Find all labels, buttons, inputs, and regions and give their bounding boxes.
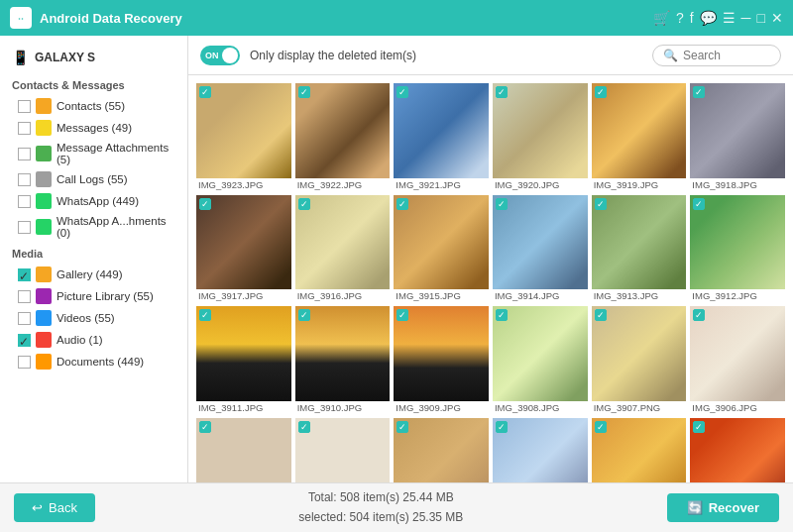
photo-check: ✓ — [396, 86, 408, 98]
photo-cell[interactable]: ✓IMG_3904.JPG — [295, 418, 391, 482]
sidebar-item-whatsapp-attachments[interactable]: WhatsApp A...hments (0) — [0, 212, 187, 242]
sidebar-item-audio[interactable]: ✓Audio (1) — [0, 329, 187, 351]
photo-cell[interactable]: ✓IMG_3911.JPG — [196, 306, 291, 414]
photo-cell[interactable]: ✓IMG_3916.JPG — [295, 195, 391, 303]
photo-cell[interactable]: ✓IMG_3919.JPG — [592, 83, 687, 191]
sidebar-checkbox-message-attachments[interactable] — [18, 148, 31, 160]
sidebar-icon-messages — [36, 120, 52, 136]
photo-cell[interactable]: ✓IMG_3903.JPG — [394, 418, 489, 482]
sidebar-item-documents[interactable]: Documents (449) — [0, 351, 187, 372]
total-label: Total: 508 item(s) 25.44 MB — [95, 488, 667, 507]
search-input[interactable] — [683, 49, 772, 62]
photo-thumb: ✓ — [394, 195, 489, 290]
facebook-icon[interactable]: f — [690, 10, 694, 26]
menu-icon[interactable]: ☰ — [723, 10, 736, 26]
sidebar-label-videos: Videos (55) — [57, 312, 115, 324]
close-icon[interactable]: ✕ — [771, 10, 783, 26]
photo-thumb: ✓ — [493, 418, 588, 482]
sidebar-icon-message-attachments — [36, 146, 52, 161]
sidebar-item-messages[interactable]: Messages (49) — [0, 117, 187, 139]
photo-cell[interactable]: ✓IMG_3906.JPG — [690, 306, 785, 414]
sidebar-checkbox-messages[interactable] — [18, 122, 31, 135]
photo-label: IMG_3914.JPG — [493, 289, 588, 302]
photo-thumb: ✓ — [295, 83, 391, 178]
photo-label: IMG_3911.JPG — [196, 401, 291, 414]
sidebar-icon-whatsapp — [36, 193, 52, 209]
photo-thumb: ✓ — [295, 418, 391, 482]
recover-button[interactable]: 🔄 Recover — [667, 493, 779, 522]
photo-cell[interactable]: ✓IMG_3909.JPG — [394, 306, 489, 414]
footer: ↩ Back Total: 508 item(s) 25.44 MB selec… — [0, 482, 793, 532]
back-button[interactable]: ↩ Back — [14, 493, 95, 522]
photo-cell[interactable]: ✓IMG_3902.JPG — [493, 418, 588, 482]
photo-check: ✓ — [199, 198, 211, 210]
sidebar-checkbox-contacts[interactable] — [18, 100, 31, 113]
photo-cell[interactable]: ✓IMG_3915.JPG — [394, 195, 489, 303]
photo-label: IMG_3915.JPG — [394, 289, 489, 302]
photo-check: ✓ — [595, 309, 607, 321]
photo-thumb: ✓ — [592, 418, 687, 482]
main-layout: 📱 GALAXY S Contacts & MessagesContacts (… — [0, 36, 793, 482]
sidebar-checkbox-videos[interactable] — [18, 312, 31, 325]
photo-thumb: ✓ — [493, 306, 588, 401]
sidebar-label-whatsapp: WhatsApp (449) — [57, 195, 139, 207]
sidebar-checkbox-gallery[interactable]: ✓ — [18, 268, 31, 281]
photo-cell[interactable]: ✓IMG_3923.JPG — [196, 83, 291, 191]
sidebar-checkbox-whatsapp[interactable] — [18, 195, 31, 208]
photo-cell[interactable]: ✓IMG_3921.JPG — [394, 83, 489, 191]
photo-cell[interactable]: ✓ — [592, 418, 687, 482]
toggle-on-label: ON — [205, 51, 219, 60]
help-icon[interactable]: ? — [676, 10, 684, 26]
maximize-icon[interactable]: □ — [757, 10, 765, 26]
minimize-icon[interactable]: ─ — [741, 10, 751, 26]
photo-thumb: ✓ — [690, 306, 785, 401]
photo-cell[interactable]: ✓IMG_3908.JPG — [493, 306, 588, 414]
photo-cell[interactable]: ✓IMG_3907.PNG — [592, 306, 687, 414]
sidebar-item-call-logs[interactable]: Call Logs (55) — [0, 168, 187, 190]
search-box[interactable]: 🔍 — [652, 45, 781, 66]
sidebar-checkbox-picture-library[interactable] — [18, 290, 31, 303]
photo-cell[interactable]: ✓IMG_3914.JPG — [493, 195, 588, 303]
photo-check: ✓ — [496, 86, 508, 98]
sidebar-checkbox-call-logs[interactable] — [18, 173, 31, 186]
sidebar-checkbox-whatsapp-attachments[interactable] — [18, 221, 31, 234]
photo-label: IMG_3910.JPG — [295, 401, 391, 414]
sidebar-checkbox-documents[interactable] — [18, 356, 31, 369]
photo-cell[interactable]: ✓IMG_3922.JPG — [295, 83, 391, 191]
back-label: Back — [49, 500, 77, 515]
sidebar-checkbox-audio[interactable]: ✓ — [18, 334, 31, 347]
sidebar-item-videos[interactable]: Videos (55) — [0, 307, 187, 329]
sidebar-item-contacts[interactable]: Contacts (55) — [0, 95, 187, 117]
photo-label: IMG_3919.JPG — [592, 178, 687, 191]
chat-icon[interactable]: 💬 — [700, 10, 717, 26]
toggle-switch[interactable]: ON — [200, 46, 240, 65]
sidebar-item-whatsapp[interactable]: WhatsApp (449) — [0, 190, 187, 212]
photo-cell[interactable]: ✓IMG_3912.JPG — [690, 195, 785, 303]
cart-icon[interactable]: 🛒 — [653, 10, 670, 26]
sidebar-item-message-attachments[interactable]: Message Attachments (5) — [0, 139, 187, 168]
photo-cell[interactable]: ✓IMG_3913.JPG — [592, 195, 687, 303]
toggle-track[interactable]: ON — [200, 46, 240, 65]
device-item[interactable]: 📱 GALAXY S — [0, 46, 187, 73]
photo-check: ✓ — [298, 86, 310, 98]
photo-cell[interactable]: ✓IMG_3917.JPG — [196, 195, 291, 303]
photo-cell[interactable]: ✓ — [690, 418, 785, 482]
photo-cell[interactable]: ✓IMG_3920.JPG — [493, 83, 588, 191]
sidebar-icon-picture-library — [36, 288, 52, 304]
photo-check: ✓ — [496, 309, 508, 321]
sidebar-icon-contacts — [36, 98, 52, 114]
photo-grid: ✓IMG_3923.JPG✓IMG_3922.JPG✓IMG_3921.JPG✓… — [188, 75, 793, 482]
photo-cell[interactable]: ✓IMG_3905.JPG — [196, 418, 291, 482]
sidebar-item-gallery[interactable]: ✓Gallery (449) — [0, 264, 187, 285]
sidebar-icon-audio — [36, 332, 52, 348]
photo-cell[interactable]: ✓IMG_3918.JPG — [690, 83, 785, 191]
toggle-label: Only display the deleted item(s) — [250, 49, 416, 62]
selected-label: selected: 504 item(s) 25.35 MB — [95, 508, 667, 527]
photo-label: IMG_3906.JPG — [690, 401, 785, 414]
photo-cell[interactable]: ✓IMG_3910.JPG — [295, 306, 391, 414]
photo-label: IMG_3912.JPG — [690, 289, 785, 302]
sidebar-label-whatsapp-attachments: WhatsApp A...hments (0) — [57, 215, 175, 239]
sidebar-item-picture-library[interactable]: Picture Library (55) — [0, 285, 187, 307]
photo-thumb: ✓ — [196, 83, 291, 178]
sidebar-label-documents: Documents (449) — [57, 356, 144, 368]
